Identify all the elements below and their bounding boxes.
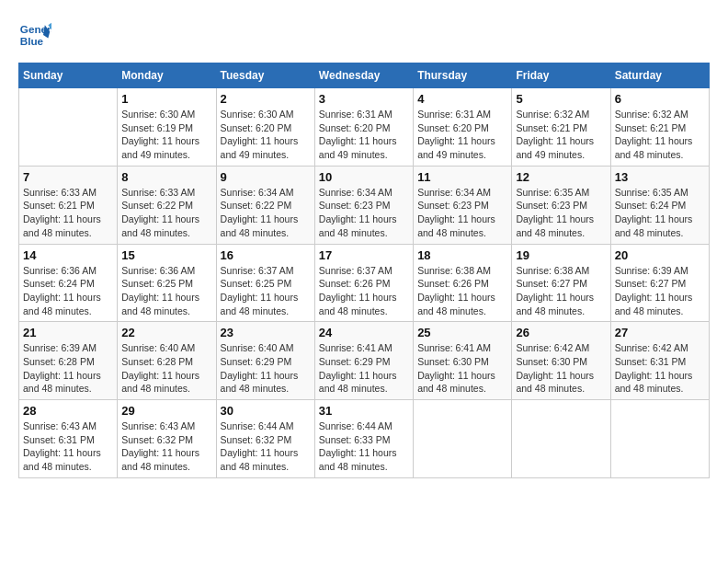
day-number: 11 xyxy=(417,170,507,184)
calendar-cell: 17Sunrise: 6:37 AMSunset: 6:26 PMDayligh… xyxy=(314,244,413,322)
day-info: Sunrise: 6:32 AMSunset: 6:21 PMDaylight:… xyxy=(615,108,705,162)
day-number: 29 xyxy=(121,404,211,418)
day-info: Sunrise: 6:39 AMSunset: 6:27 PMDaylight:… xyxy=(615,264,705,318)
day-info: Sunrise: 6:42 AMSunset: 6:30 PMDaylight:… xyxy=(516,341,606,396)
day-number: 15 xyxy=(121,248,211,262)
day-info: Sunrise: 6:40 AMSunset: 6:28 PMDaylight:… xyxy=(121,341,211,396)
calendar-cell: 22Sunrise: 6:40 AMSunset: 6:28 PMDayligh… xyxy=(118,322,216,400)
calendar-cell: 28Sunrise: 6:43 AMSunset: 6:31 PMDayligh… xyxy=(19,400,118,478)
calendar-cell: 30Sunrise: 6:44 AMSunset: 6:32 PMDayligh… xyxy=(216,400,314,478)
day-number: 4 xyxy=(417,92,507,106)
calendar-cell: 5Sunrise: 6:32 AMSunset: 6:21 PMDaylight… xyxy=(512,88,610,167)
day-info: Sunrise: 6:33 AMSunset: 6:22 PMDaylight:… xyxy=(121,186,211,240)
day-number: 17 xyxy=(319,248,409,262)
day-number: 20 xyxy=(615,248,705,262)
day-number: 14 xyxy=(23,248,113,262)
day-number: 25 xyxy=(417,326,507,339)
logo: General Blue xyxy=(18,18,55,52)
day-number: 7 xyxy=(23,170,113,184)
day-number: 22 xyxy=(121,326,211,339)
day-number: 28 xyxy=(23,404,113,418)
day-info: Sunrise: 6:41 AMSunset: 6:30 PMDaylight:… xyxy=(417,341,507,396)
calendar-cell: 16Sunrise: 6:37 AMSunset: 6:25 PMDayligh… xyxy=(216,244,314,322)
day-info: Sunrise: 6:32 AMSunset: 6:21 PMDaylight:… xyxy=(516,108,606,162)
day-number: 1 xyxy=(121,92,211,106)
weekday-header-wednesday: Wednesday xyxy=(314,63,413,88)
day-number: 5 xyxy=(516,92,606,106)
day-info: Sunrise: 6:34 AMSunset: 6:22 PMDaylight:… xyxy=(221,186,311,240)
weekday-header-tuesday: Tuesday xyxy=(216,63,314,88)
weekday-header-sunday: Sunday xyxy=(19,63,118,88)
day-number: 8 xyxy=(121,170,211,184)
day-number: 21 xyxy=(23,326,113,339)
day-info: Sunrise: 6:41 AMSunset: 6:29 PMDaylight:… xyxy=(319,341,409,396)
svg-text:Blue: Blue xyxy=(20,35,44,47)
calendar-cell: 19Sunrise: 6:38 AMSunset: 6:27 PMDayligh… xyxy=(512,244,610,322)
calendar-cell: 24Sunrise: 6:41 AMSunset: 6:29 PMDayligh… xyxy=(314,322,413,400)
day-number: 24 xyxy=(319,326,409,339)
day-info: Sunrise: 6:40 AMSunset: 6:29 PMDaylight:… xyxy=(221,341,311,396)
day-info: Sunrise: 6:34 AMSunset: 6:23 PMDaylight:… xyxy=(319,186,409,240)
day-number: 30 xyxy=(221,404,311,418)
day-info: Sunrise: 6:34 AMSunset: 6:23 PMDaylight:… xyxy=(417,186,507,240)
day-info: Sunrise: 6:43 AMSunset: 6:32 PMDaylight:… xyxy=(121,419,211,474)
calendar-cell: 1Sunrise: 6:30 AMSunset: 6:19 PMDaylight… xyxy=(118,88,216,167)
day-number: 27 xyxy=(615,326,705,339)
day-info: Sunrise: 6:36 AMSunset: 6:24 PMDaylight:… xyxy=(23,264,113,318)
calendar-cell: 10Sunrise: 6:34 AMSunset: 6:23 PMDayligh… xyxy=(314,166,413,244)
day-number: 3 xyxy=(319,92,409,106)
calendar-cell: 2Sunrise: 6:30 AMSunset: 6:20 PMDaylight… xyxy=(216,88,314,167)
day-number: 16 xyxy=(221,248,311,262)
calendar-cell: 7Sunrise: 6:33 AMSunset: 6:21 PMDaylight… xyxy=(19,166,118,244)
calendar-cell: 8Sunrise: 6:33 AMSunset: 6:22 PMDaylight… xyxy=(118,166,216,244)
day-info: Sunrise: 6:31 AMSunset: 6:20 PMDaylight:… xyxy=(417,108,507,162)
calendar-cell: 18Sunrise: 6:38 AMSunset: 6:26 PMDayligh… xyxy=(414,244,512,322)
day-info: Sunrise: 6:35 AMSunset: 6:23 PMDaylight:… xyxy=(516,186,606,240)
day-info: Sunrise: 6:33 AMSunset: 6:21 PMDaylight:… xyxy=(23,186,113,240)
calendar-cell: 14Sunrise: 6:36 AMSunset: 6:24 PMDayligh… xyxy=(19,244,118,322)
day-info: Sunrise: 6:44 AMSunset: 6:33 PMDaylight:… xyxy=(319,419,409,474)
day-number: 9 xyxy=(221,170,311,184)
day-number: 6 xyxy=(615,92,705,106)
day-info: Sunrise: 6:30 AMSunset: 6:19 PMDaylight:… xyxy=(121,108,211,162)
calendar-cell: 27Sunrise: 6:42 AMSunset: 6:31 PMDayligh… xyxy=(610,322,709,400)
weekday-header-monday: Monday xyxy=(118,63,216,88)
day-number: 10 xyxy=(319,170,409,184)
day-info: Sunrise: 6:42 AMSunset: 6:31 PMDaylight:… xyxy=(615,341,705,396)
calendar-cell xyxy=(414,400,512,478)
calendar-cell: 26Sunrise: 6:42 AMSunset: 6:30 PMDayligh… xyxy=(512,322,610,400)
calendar-cell xyxy=(512,400,610,478)
day-number: 26 xyxy=(516,326,606,339)
day-info: Sunrise: 6:37 AMSunset: 6:25 PMDaylight:… xyxy=(221,264,311,318)
day-info: Sunrise: 6:44 AMSunset: 6:32 PMDaylight:… xyxy=(221,419,311,474)
calendar-cell: 25Sunrise: 6:41 AMSunset: 6:30 PMDayligh… xyxy=(414,322,512,400)
day-info: Sunrise: 6:43 AMSunset: 6:31 PMDaylight:… xyxy=(23,419,113,474)
calendar: SundayMondayTuesdayWednesdayThursdayFrid… xyxy=(18,63,710,478)
calendar-cell: 6Sunrise: 6:32 AMSunset: 6:21 PMDaylight… xyxy=(610,88,709,167)
day-info: Sunrise: 6:38 AMSunset: 6:26 PMDaylight:… xyxy=(417,264,507,318)
day-number: 23 xyxy=(221,326,311,339)
day-number: 19 xyxy=(516,248,606,262)
calendar-cell: 23Sunrise: 6:40 AMSunset: 6:29 PMDayligh… xyxy=(216,322,314,400)
day-number: 31 xyxy=(319,404,409,418)
calendar-cell: 9Sunrise: 6:34 AMSunset: 6:22 PMDaylight… xyxy=(216,166,314,244)
weekday-header-friday: Friday xyxy=(512,63,610,88)
calendar-cell: 31Sunrise: 6:44 AMSunset: 6:33 PMDayligh… xyxy=(314,400,413,478)
calendar-cell: 12Sunrise: 6:35 AMSunset: 6:23 PMDayligh… xyxy=(512,166,610,244)
calendar-cell xyxy=(610,400,709,478)
day-info: Sunrise: 6:31 AMSunset: 6:20 PMDaylight:… xyxy=(319,108,409,162)
calendar-cell: 13Sunrise: 6:35 AMSunset: 6:24 PMDayligh… xyxy=(610,166,709,244)
day-number: 12 xyxy=(516,170,606,184)
day-number: 2 xyxy=(221,92,311,106)
weekday-header-saturday: Saturday xyxy=(610,63,709,88)
calendar-cell: 15Sunrise: 6:36 AMSunset: 6:25 PMDayligh… xyxy=(118,244,216,322)
weekday-header-thursday: Thursday xyxy=(414,63,512,88)
day-number: 13 xyxy=(615,170,705,184)
calendar-cell: 20Sunrise: 6:39 AMSunset: 6:27 PMDayligh… xyxy=(610,244,709,322)
day-info: Sunrise: 6:37 AMSunset: 6:26 PMDaylight:… xyxy=(319,264,409,318)
day-info: Sunrise: 6:38 AMSunset: 6:27 PMDaylight:… xyxy=(516,264,606,318)
day-number: 18 xyxy=(417,248,507,262)
day-info: Sunrise: 6:35 AMSunset: 6:24 PMDaylight:… xyxy=(615,186,705,240)
day-info: Sunrise: 6:30 AMSunset: 6:20 PMDaylight:… xyxy=(221,108,311,162)
logo-icon: General Blue xyxy=(18,18,51,52)
